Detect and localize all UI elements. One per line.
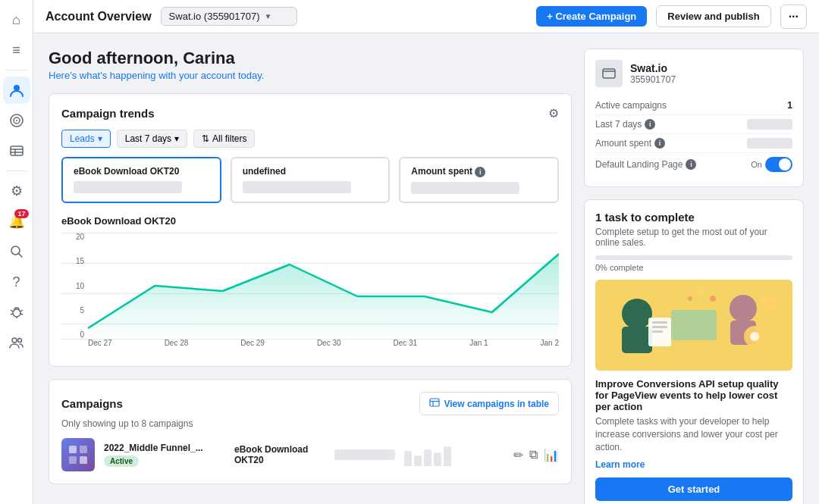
all-filters-label: All filters bbox=[212, 133, 246, 144]
search-icon[interactable] bbox=[3, 238, 30, 265]
notification-badge: 17 bbox=[14, 209, 28, 218]
svg-rect-32 bbox=[652, 326, 667, 328]
settings-button[interactable]: ⚙ bbox=[548, 106, 559, 121]
time-filter-button[interactable]: Last 7 days ▾ bbox=[117, 130, 187, 148]
create-campaign-button[interactable]: + Create Campaign bbox=[536, 6, 647, 27]
chart-plot bbox=[88, 233, 559, 339]
main-area: Account Overview Swat.io (355901707) ▼ +… bbox=[33, 0, 819, 504]
get-started-button[interactable]: Get started bbox=[595, 477, 792, 501]
more-options-button[interactable]: ··· bbox=[780, 5, 807, 29]
svg-rect-22 bbox=[69, 456, 77, 464]
user-icon[interactable] bbox=[3, 77, 30, 104]
help-icon[interactable]: ? bbox=[3, 268, 30, 296]
notifications-icon[interactable]: 🔔 17 bbox=[3, 208, 30, 235]
campaign-actions: ✏ ⧉ 📊 bbox=[513, 448, 559, 462]
info-icon-amount: i bbox=[475, 167, 485, 177]
progress-bar-wrap bbox=[595, 255, 792, 260]
sidebar-divider2 bbox=[6, 171, 27, 171]
metric-label-2: Amount spent i bbox=[411, 166, 547, 177]
svg-point-37 bbox=[750, 332, 759, 341]
sidebar: ⌂ ≡ ⚙ 🔔 17 ? bbox=[0, 0, 33, 504]
metric-box-2[interactable]: Amount spent i bbox=[399, 157, 559, 203]
svg-point-38 bbox=[761, 295, 776, 310]
learn-more-link[interactable]: Learn more bbox=[595, 459, 792, 470]
metric-box-1[interactable]: undefined bbox=[231, 157, 391, 203]
metric-box-0[interactable]: eBook Download OKT20 bbox=[61, 157, 221, 203]
campaigns-title: Campaigns bbox=[61, 397, 123, 410]
campaign-trends-card: Campaign trends ⚙ Leads ▾ Last 7 days ▾ … bbox=[49, 93, 572, 367]
svg-rect-25 bbox=[603, 69, 615, 78]
svg-rect-21 bbox=[69, 446, 77, 453]
y-label-0: 0 bbox=[61, 330, 84, 339]
leads-filter-label: Leads bbox=[70, 133, 95, 144]
svg-line-13 bbox=[11, 314, 13, 315]
svg-point-40 bbox=[710, 296, 716, 302]
audience-icon[interactable] bbox=[3, 107, 30, 134]
metric-value-0 bbox=[74, 181, 182, 193]
metric-value-1 bbox=[243, 181, 351, 193]
copy-icon[interactable]: ⧉ bbox=[529, 448, 538, 462]
campaign-info: 2022_Middle Funnel_... Active bbox=[104, 443, 225, 467]
svg-point-3 bbox=[16, 120, 17, 121]
on-label: On bbox=[751, 160, 762, 169]
campaigns-subtitle: Only showing up to 8 campaigns bbox=[61, 418, 559, 429]
campaign-status-badge: Active bbox=[104, 455, 139, 467]
account-id: 355901707 bbox=[630, 74, 676, 85]
campaign-trends-title: Campaign trends bbox=[61, 107, 155, 120]
metric-label-0: eBook Download OKT20 bbox=[74, 166, 209, 177]
spark-bar-2 bbox=[414, 455, 422, 466]
chart-icon[interactable]: 📊 bbox=[544, 448, 559, 462]
content: Good afternoon, Carina Here's what's hap… bbox=[33, 33, 819, 504]
view-table-label: View campaigns in table bbox=[444, 399, 550, 409]
svg-rect-33 bbox=[652, 330, 663, 333]
svg-line-9 bbox=[18, 254, 22, 258]
account-card: Swat.io 355901707 Active campaigns 1 Las… bbox=[584, 49, 804, 187]
active-campaigns-label: Active campaigns bbox=[595, 100, 667, 111]
task-desc: Complete tasks with your developer to he… bbox=[595, 415, 792, 453]
users-icon[interactable] bbox=[3, 329, 30, 356]
landing-page-toggle[interactable] bbox=[765, 157, 792, 172]
campaign-name: 2022_Middle Funnel_... bbox=[104, 443, 210, 453]
y-label-15: 15 bbox=[61, 257, 84, 265]
chart-area-fill bbox=[88, 254, 559, 339]
review-publish-button[interactable]: Review and publish bbox=[656, 5, 770, 27]
svg-line-14 bbox=[20, 314, 23, 315]
chevron-down-icon: ▼ bbox=[265, 12, 272, 20]
svg-rect-23 bbox=[80, 446, 87, 453]
campaign-sparkline bbox=[404, 443, 504, 466]
settings-icon[interactable]: ⚙ bbox=[3, 177, 30, 205]
svg-point-28 bbox=[622, 299, 652, 329]
account-row-active: Active campaigns 1 bbox=[595, 96, 792, 115]
campaigns-card: Campaigns View campaigns in table Only s… bbox=[49, 379, 572, 484]
filter-icon: ⇅ bbox=[202, 133, 209, 144]
chart-area: 20 15 10 5 0 bbox=[61, 233, 559, 354]
chart-y-labels: 20 15 10 5 0 bbox=[61, 233, 84, 339]
y-label-20: 20 bbox=[61, 233, 84, 241]
campaign-thumbnail bbox=[61, 438, 95, 471]
account-selector[interactable]: Swat.io (355901707) ▼ bbox=[161, 7, 297, 26]
landing-page-toggle-row: On bbox=[751, 157, 792, 172]
x-label-dec29: Dec 29 bbox=[240, 339, 265, 354]
svg-point-0 bbox=[14, 85, 20, 91]
line-chart-svg bbox=[88, 233, 559, 339]
edit-icon[interactable]: ✏ bbox=[513, 448, 523, 462]
greeting-section: Good afternoon, Carina Here's what's hap… bbox=[49, 49, 572, 81]
svg-rect-42 bbox=[671, 310, 717, 340]
spark-bar-3 bbox=[424, 449, 431, 466]
bug-icon[interactable] bbox=[3, 299, 30, 326]
svg-rect-18 bbox=[430, 399, 439, 406]
view-campaigns-table-button[interactable]: View campaigns in table bbox=[419, 392, 560, 415]
table-icon[interactable] bbox=[3, 137, 30, 164]
metrics-row: eBook Download OKT20 undefined Amount sp… bbox=[61, 157, 559, 203]
leads-filter-button[interactable]: Leads ▾ bbox=[61, 130, 111, 148]
svg-point-17 bbox=[17, 339, 21, 343]
all-filters-button[interactable]: ⇅ All filters bbox=[193, 130, 255, 148]
menu-icon[interactable]: ≡ bbox=[3, 36, 30, 64]
page-title: Account Overview bbox=[46, 10, 152, 23]
table-icon-small bbox=[429, 397, 440, 410]
svg-line-12 bbox=[20, 310, 23, 311]
chart-x-labels: Dec 27 Dec 28 Dec 29 Dec 30 Dec 31 Jan 1… bbox=[88, 339, 559, 354]
home-icon[interactable]: ⌂ bbox=[3, 6, 30, 33]
metric-label-1: undefined bbox=[243, 166, 378, 177]
campaigns-header: Campaigns View campaigns in table bbox=[61, 392, 559, 415]
